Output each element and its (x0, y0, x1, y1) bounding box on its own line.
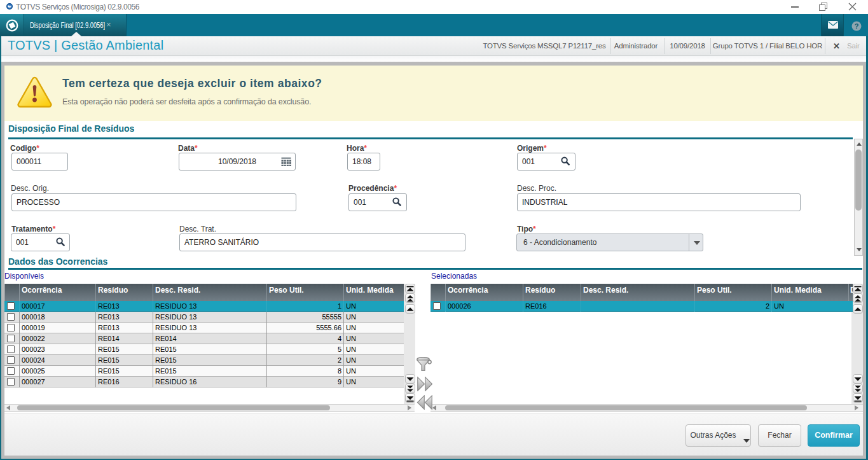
svg-text:?: ? (855, 22, 859, 30)
